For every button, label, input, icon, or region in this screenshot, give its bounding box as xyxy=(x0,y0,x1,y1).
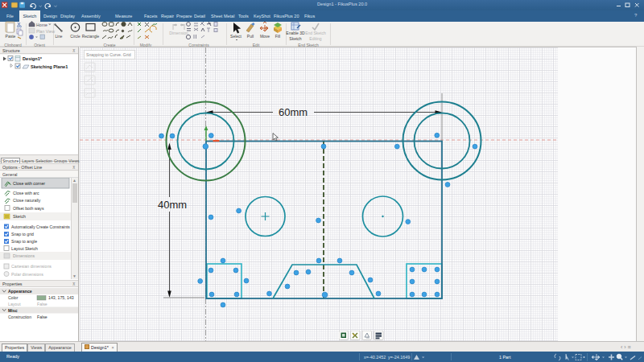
svg-text:Home: Home xyxy=(36,23,47,27)
svg-text:Fill: Fill xyxy=(275,34,280,39)
svg-text:Move: Move xyxy=(260,34,270,39)
svg-text:Sketch: Sketch xyxy=(289,36,302,41)
svg-text:Automatically Create Constrain: Automatically Create Constraints xyxy=(11,224,70,229)
svg-text:Sketch: Sketch xyxy=(13,214,26,219)
svg-text:False: False xyxy=(37,315,47,319)
svg-text:Layout Sketch: Layout Sketch xyxy=(11,246,38,251)
svg-text:143, 175, 143: 143, 175, 143 xyxy=(48,295,74,300)
svg-text:Sketching Plane1: Sketching Plane1 xyxy=(31,64,68,69)
svg-text:Paste: Paste xyxy=(6,34,16,39)
svg-text:Editing: Editing xyxy=(309,36,322,41)
svg-text:Close with corner: Close with corner xyxy=(13,181,45,186)
svg-text:Snap to angle: Snap to angle xyxy=(11,239,37,244)
svg-text:Close with arc: Close with arc xyxy=(13,191,39,195)
svg-text:Close naturally: Close naturally xyxy=(13,198,41,203)
svg-text:Dimensions: Dimensions xyxy=(13,253,35,258)
svg-text:Enable 3D: Enable 3D xyxy=(286,31,305,35)
svg-text:Construction: Construction xyxy=(8,315,31,319)
svg-text:Layout: Layout xyxy=(8,302,21,306)
svg-text:Plan View: Plan View xyxy=(36,29,55,34)
svg-text:Polar dimensions: Polar dimensions xyxy=(11,272,43,277)
svg-text:Appearance: Appearance xyxy=(8,289,32,294)
svg-text:40mm: 40mm xyxy=(158,199,187,211)
svg-text:Snap to grid: Snap to grid xyxy=(11,232,34,237)
svg-text:False: False xyxy=(37,302,47,306)
svg-text:Cartesian dimensions: Cartesian dimensions xyxy=(11,264,52,269)
svg-text:Misc: Misc xyxy=(8,308,18,313)
svg-text:Select: Select xyxy=(230,34,242,39)
svg-text:End Sketch: End Sketch xyxy=(305,31,326,35)
svg-text:Pull: Pull xyxy=(247,34,254,39)
svg-text:Rectangle: Rectangle xyxy=(82,35,100,39)
svg-text:Offset both ways: Offset both ways xyxy=(13,206,44,211)
svg-text:Line: Line xyxy=(55,35,62,39)
svg-text:Design1*: Design1* xyxy=(23,56,43,61)
svg-text:Dimension: Dimension xyxy=(169,31,188,35)
svg-text:Circle: Circle xyxy=(70,35,80,39)
svg-text:Color: Color xyxy=(8,295,19,300)
svg-text:60mm: 60mm xyxy=(279,106,308,118)
